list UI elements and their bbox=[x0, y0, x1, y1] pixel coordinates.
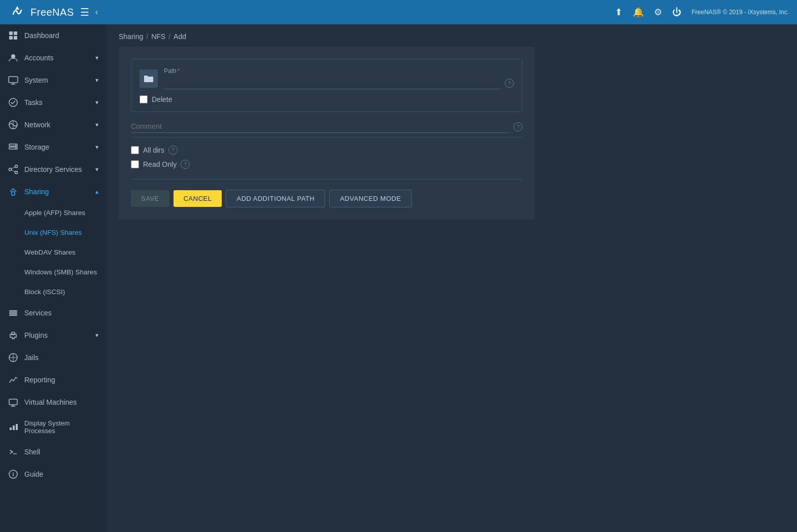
svg-rect-23 bbox=[9, 310, 17, 312]
topbar-right: ⬆ 🔔 ⚙ ⏻ FreeNAS® © 2019 - iXsystems, Inc… bbox=[615, 7, 789, 18]
path-help-icon[interactable]: ? bbox=[505, 79, 514, 88]
back-icon[interactable]: ‹ bbox=[95, 8, 98, 17]
path-input-group: Path* ? bbox=[164, 67, 514, 89]
alldirs-checkbox[interactable] bbox=[131, 146, 139, 154]
chevron-down-icon: ▾ bbox=[95, 166, 98, 173]
sidebar-item-shell[interactable]: Shell bbox=[0, 441, 107, 463]
breadcrumb-sharing[interactable]: Sharing bbox=[119, 32, 143, 41]
sidebar-item-directory-services[interactable]: Directory Services ▾ bbox=[0, 158, 107, 181]
sidebar-item-services[interactable]: Services bbox=[0, 302, 107, 324]
sidebar-item-label: Shell bbox=[24, 448, 40, 456]
advanced-mode-button[interactable]: ADVANCED MODE bbox=[329, 190, 411, 207]
sidebar-item-label: Services bbox=[24, 309, 52, 317]
delete-label: Delete bbox=[152, 95, 172, 103]
sidebar-item-reporting[interactable]: Reporting bbox=[0, 369, 107, 391]
sidebar-item-label: System bbox=[24, 76, 48, 84]
sidebar-item-storage[interactable]: Storage ▾ bbox=[0, 136, 107, 158]
breadcrumb-nfs[interactable]: NFS bbox=[151, 32, 165, 41]
sidebar-item-tasks[interactable]: Tasks ▾ bbox=[0, 91, 107, 114]
upload-icon[interactable]: ⬆ bbox=[615, 7, 622, 18]
chevron-down-icon: ▾ bbox=[95, 332, 98, 339]
cancel-button[interactable]: CANCEL bbox=[174, 190, 222, 207]
svg-rect-2 bbox=[9, 31, 13, 35]
chevron-down-icon: ▾ bbox=[95, 121, 98, 128]
sidebar-item-plugins[interactable]: Plugins ▾ bbox=[0, 324, 107, 346]
plugins-icon bbox=[8, 330, 18, 340]
readonly-help-icon[interactable]: ? bbox=[181, 160, 190, 169]
sidebar-item-display-system[interactable]: Display System Processes bbox=[0, 413, 107, 441]
dashboard-icon bbox=[8, 30, 18, 41]
svg-text:i: i bbox=[12, 471, 14, 477]
sidebar-item-accounts[interactable]: Accounts ▾ bbox=[0, 47, 107, 69]
sidebar-item-virtual-machines[interactable]: Virtual Machines bbox=[0, 391, 107, 413]
directory-icon bbox=[8, 164, 18, 174]
svg-point-19 bbox=[15, 171, 18, 174]
notification-icon[interactable]: 🔔 bbox=[633, 7, 644, 18]
readonly-checkbox[interactable] bbox=[131, 160, 139, 168]
alldirs-checkbox-label[interactable]: All dirs bbox=[131, 146, 164, 154]
sidebar-item-label: Directory Services bbox=[24, 165, 82, 173]
svg-rect-4 bbox=[9, 36, 13, 40]
network-icon bbox=[8, 120, 18, 130]
readonly-checkbox-label[interactable]: Read Only bbox=[131, 160, 177, 168]
sidebar-item-label: Sharing bbox=[24, 188, 49, 196]
alldirs-help-icon[interactable]: ? bbox=[168, 146, 178, 155]
sidebar-item-network[interactable]: Network ▾ bbox=[0, 114, 107, 136]
comment-input[interactable] bbox=[131, 120, 509, 133]
system-icon bbox=[8, 75, 18, 85]
sidebar-item-label: Block (iSCSI) bbox=[24, 288, 65, 296]
path-row: Path* ? bbox=[140, 67, 514, 89]
sidebar-item-sharing[interactable]: Sharing ▴ bbox=[0, 181, 107, 203]
button-row: SAVE CANCEL ADD ADDITIONAL PATH ADVANCED… bbox=[131, 190, 523, 207]
processes-icon bbox=[8, 422, 18, 432]
sidebar-item-webdav-shares[interactable]: WebDAV Shares bbox=[0, 242, 107, 262]
svg-rect-26 bbox=[12, 332, 15, 335]
add-additional-path-button[interactable]: ADD ADDITIONAL PATH bbox=[226, 190, 325, 207]
jails-icon bbox=[8, 352, 18, 363]
topbar-left: FreeNAS ☰ ‹ bbox=[8, 3, 98, 21]
sidebar-item-label: Tasks bbox=[24, 98, 43, 107]
chevron-down-icon: ▾ bbox=[95, 77, 98, 84]
readonly-row: Read Only ? bbox=[131, 160, 523, 169]
chevron-down-icon: ▾ bbox=[95, 54, 98, 61]
delete-checkbox[interactable] bbox=[140, 95, 148, 103]
sidebar-item-guide[interactable]: i Guide bbox=[0, 463, 107, 485]
sidebar-item-afp-shares[interactable]: Apple (AFP) Shares bbox=[0, 203, 107, 223]
content-area: Sharing / NFS / Add bbox=[107, 24, 797, 532]
sharing-icon bbox=[8, 187, 18, 197]
sidebar-item-label: Dashboard bbox=[24, 31, 59, 40]
hamburger-icon[interactable]: ☰ bbox=[80, 6, 89, 18]
folder-icon bbox=[140, 69, 158, 88]
logo-icon bbox=[8, 3, 26, 21]
sidebar-item-dashboard[interactable]: Dashboard bbox=[0, 24, 107, 47]
sidebar-item-smb-shares[interactable]: Windows (SMB) Shares bbox=[0, 262, 107, 282]
svg-line-21 bbox=[12, 170, 15, 172]
sidebar-item-iscsi[interactable]: Block (iSCSI) bbox=[0, 282, 107, 302]
breadcrumb-bar: Sharing / NFS / Add bbox=[107, 24, 797, 47]
sidebar-item-system[interactable]: System ▾ bbox=[0, 69, 107, 91]
tasks-icon bbox=[8, 97, 18, 108]
logo-area: FreeNAS bbox=[8, 3, 74, 21]
topbar: FreeNAS ☰ ‹ ⬆ 🔔 ⚙ ⏻ FreeNAS® © 2019 - iX… bbox=[0, 0, 797, 24]
storage-icon bbox=[8, 142, 18, 152]
sidebar-item-nfs-shares[interactable]: Unix (NFS) Shares bbox=[0, 223, 107, 242]
required-marker: * bbox=[178, 67, 180, 75]
sidebar-item-label: Windows (SMB) Shares bbox=[24, 268, 97, 276]
alldirs-row: All dirs ? bbox=[131, 146, 523, 155]
sidebar-item-jails[interactable]: Jails bbox=[0, 346, 107, 369]
comment-help-icon[interactable]: ? bbox=[513, 122, 523, 131]
save-button[interactable]: SAVE bbox=[131, 190, 169, 207]
svg-rect-24 bbox=[9, 312, 17, 314]
services-icon bbox=[8, 308, 18, 318]
svg-rect-7 bbox=[9, 77, 18, 83]
settings-icon[interactable]: ⚙ bbox=[654, 7, 662, 18]
reporting-icon bbox=[8, 375, 18, 385]
svg-point-15 bbox=[15, 145, 16, 146]
chevron-down-icon: ▾ bbox=[95, 99, 98, 106]
accounts-icon bbox=[8, 53, 18, 63]
power-icon[interactable]: ⏻ bbox=[672, 7, 681, 18]
breadcrumb-sep-2: / bbox=[168, 32, 170, 41]
sidebar-item-label: Storage bbox=[24, 143, 49, 151]
delete-checkbox-label[interactable]: Delete bbox=[140, 95, 172, 103]
path-input[interactable] bbox=[164, 77, 501, 89]
